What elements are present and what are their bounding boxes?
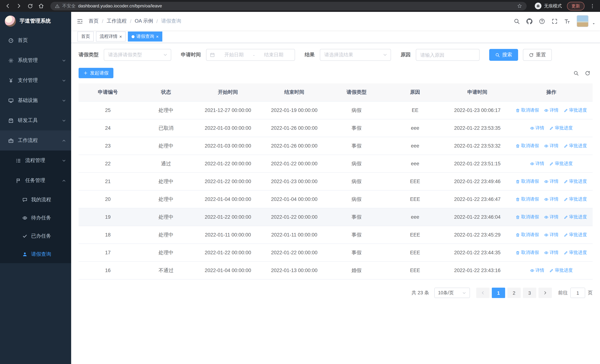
browser-forward-icon[interactable]	[14, 1, 24, 11]
cell-status: 处理中	[137, 244, 195, 261]
cell-start-time: 2021-12-27 00:00:00	[195, 101, 261, 119]
sidebar-item-home[interactable]: 首页	[0, 30, 71, 50]
sidebar-item-payment[interactable]: 支付管理	[0, 70, 71, 90]
approval-progress-link[interactable]: 审批进度	[564, 214, 587, 220]
close-tab-icon[interactable]: ×	[119, 34, 122, 39]
detail-link[interactable]: 详情	[530, 160, 544, 167]
approval-progress-link[interactable]: 审批进度	[564, 196, 587, 202]
tab-leave-query[interactable]: 请假查询 ×	[128, 31, 162, 42]
detail-link[interactable]: 详情	[544, 250, 559, 256]
approval-progress-link[interactable]: 审批进度	[564, 107, 587, 113]
calendar-icon	[210, 52, 215, 57]
avatar-caret-icon[interactable]	[592, 22, 596, 26]
result-select[interactable]: 请选择流结果	[320, 49, 391, 61]
cancel-leave-link[interactable]: 取消请假	[516, 214, 539, 220]
browser-home-icon[interactable]	[36, 1, 46, 11]
cancel-leave-link[interactable]: 取消请假	[516, 196, 539, 202]
breadcrumb-item-home[interactable]: 首页	[89, 18, 99, 24]
reset-button[interactable]: 重置	[523, 49, 552, 61]
cancel-leave-link[interactable]: 取消请假	[516, 178, 539, 185]
detail-link[interactable]: 详情	[544, 232, 559, 238]
breadcrumb-item-workflow[interactable]: 工作流程	[107, 18, 127, 24]
pagination: 共 23 条 10条/页 1 2 3 前往 页	[79, 288, 593, 307]
goto-page-input[interactable]	[570, 288, 585, 298]
sidebar-item-workflow[interactable]: 工作流程	[0, 131, 71, 150]
tab-home[interactable]: 首页	[77, 31, 94, 42]
next-page-button[interactable]	[538, 288, 552, 298]
cell-reason: EEE	[385, 226, 445, 244]
page-button-2[interactable]: 2	[507, 288, 521, 298]
reason-input[interactable]	[416, 49, 479, 61]
page-size-select[interactable]: 10条/页	[434, 288, 470, 298]
sidebar-item-leave-query[interactable]: 请假查询	[0, 245, 71, 263]
refresh-table-icon[interactable]	[585, 70, 590, 76]
sidebar-item-dev-tools[interactable]: 研发工具	[0, 111, 71, 131]
help-icon[interactable]	[539, 18, 545, 24]
table-row: 22 通过 2022-01-22 00:00:00 2022-01-22 00:…	[79, 155, 593, 173]
page-button-1[interactable]: 1	[492, 288, 505, 298]
sidebar-item-my-processes[interactable]: 我的流程	[0, 191, 71, 209]
sidebar-item-todo-tasks[interactable]: 待办任务	[0, 209, 71, 227]
sidebar-item-system[interactable]: 系统管理	[0, 50, 71, 70]
toggle-search-icon[interactable]	[573, 70, 579, 76]
cell-apply-time: 2022-01-22 23:46:04	[445, 208, 510, 226]
cancel-leave-link[interactable]: 取消请假	[516, 250, 539, 256]
browser-update-button[interactable]: 更新	[567, 2, 584, 10]
sidebar-item-task-management[interactable]: 任务管理	[0, 170, 71, 191]
cell-leave-type: 病假	[328, 190, 385, 208]
font-size-icon[interactable]	[564, 18, 570, 24]
approval-progress-link[interactable]: 审批进度	[564, 250, 587, 256]
sidebar-menu: 首页 系统管理 支付管理 基础设施	[0, 30, 71, 263]
approval-progress-link[interactable]: 审批进度	[564, 178, 587, 185]
apply-time-range-picker[interactable]: 开始日期 - 结束日期	[206, 49, 295, 61]
detail-link[interactable]: 详情	[544, 214, 559, 220]
edit-icon	[564, 108, 568, 112]
detail-link[interactable]: 详情	[544, 107, 559, 113]
detail-link[interactable]: 详情	[544, 196, 559, 202]
sidebar-collapse-icon[interactable]	[71, 18, 89, 24]
address-bar[interactable]: 不安全 dashboard.yudao.iocoder.cn/bpm/oa/le…	[50, 2, 527, 10]
user-avatar[interactable]	[577, 15, 589, 27]
cancel-leave-link[interactable]: 取消请假	[516, 232, 539, 238]
approval-progress-link[interactable]: 审批进度	[549, 160, 573, 167]
sidebar-item-done-tasks[interactable]: 已办任务	[0, 227, 71, 245]
cancel-leave-link[interactable]: 取消请假	[516, 143, 539, 149]
page-content: 请假类型 请选择请假类型 申请时间 开始日期 - 结束日期	[71, 43, 600, 364]
bookmark-star-icon[interactable]	[517, 3, 522, 9]
cell-apply-time: 2022-01-22 23:45:29	[445, 226, 510, 244]
cell-start-time: 2022-01-04 00:00:00	[195, 261, 261, 279]
dashboard-icon	[8, 38, 14, 43]
reason-label: 原因	[401, 52, 411, 58]
search-button[interactable]: 搜索	[489, 49, 518, 61]
cell-operations: 取消请假 详情 审批进度	[510, 101, 593, 119]
fullscreen-icon[interactable]	[552, 18, 558, 24]
approval-progress-link[interactable]: 审批进度	[549, 267, 573, 274]
sidebar-item-infrastructure[interactable]: 基础设施	[0, 90, 71, 111]
approval-progress-link[interactable]: 审批进度	[549, 125, 573, 131]
sidebar-item-process-management[interactable]: 流程管理	[0, 150, 71, 170]
browser-reload-icon[interactable]	[25, 1, 35, 11]
cancel-leave-link[interactable]: 取消请假	[516, 107, 539, 113]
breadcrumb-item-oa-example[interactable]: OA 示例	[135, 18, 153, 24]
cell-operations: 取消请假 详情 审批进度	[510, 173, 593, 190]
browser-back-icon[interactable]	[3, 1, 13, 11]
approval-progress-link[interactable]: 审批进度	[564, 143, 587, 149]
app-logo[interactable]: 芋道管理系统	[0, 12, 71, 30]
detail-link[interactable]: 详情	[544, 143, 559, 149]
tab-process-detail[interactable]: 流程详情 ×	[96, 31, 126, 42]
prev-page-button[interactable]	[476, 288, 489, 298]
cell-operations: 取消请假 详情 审批进度	[510, 226, 593, 244]
approval-progress-link[interactable]: 审批进度	[564, 232, 587, 238]
eye-icon	[544, 144, 548, 148]
browser-menu-icon[interactable]	[587, 1, 597, 11]
search-icon[interactable]	[514, 18, 520, 24]
close-tab-icon[interactable]: ×	[156, 34, 159, 39]
detail-link[interactable]: 详情	[544, 178, 559, 185]
detail-link[interactable]: 详情	[530, 125, 544, 131]
github-icon[interactable]	[526, 18, 533, 24]
detail-link[interactable]: 详情	[530, 267, 544, 274]
create-leave-button[interactable]: 发起请假	[79, 68, 113, 78]
leave-type-select[interactable]: 请选择请假类型	[104, 49, 171, 61]
page-button-3[interactable]: 3	[523, 288, 536, 298]
table-row: 18 处理中 2022-01-11 00:00:00 2022-01-11 00…	[79, 226, 593, 244]
